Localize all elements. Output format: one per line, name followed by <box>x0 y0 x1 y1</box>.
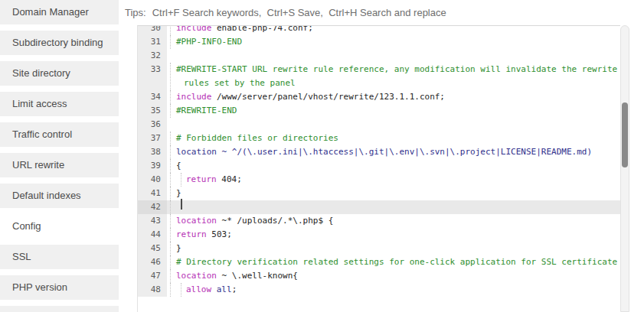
code-line: 34 include /www/server/panel/vhost/rewri… <box>138 90 620 104</box>
code-line: 40 return 404; <box>138 173 620 187</box>
tips-text: Ctrl+F Search keywords, Ctrl+S Save, Ctr… <box>152 7 446 18</box>
code-text <box>170 49 178 63</box>
tab-indent-guide <box>170 283 181 297</box>
code-text: location ~* /uploads/.*\.php$ { <box>176 214 333 228</box>
code-text: # Forbidden files or directories <box>176 132 338 145</box>
sidebar-item-limit-access[interactable]: Limit access <box>0 92 119 116</box>
code-text: #REWRITE-START URL rewrite rule referenc… <box>176 63 620 90</box>
sidebar-item-label: Config <box>12 220 41 232</box>
sidebar-item-site-directory[interactable]: Site directory <box>0 61 119 86</box>
line-number: 35 <box>138 104 167 118</box>
main-panel: Tips:Ctrl+F Search keywords, Ctrl+S Save… <box>119 0 644 312</box>
code-line: 31 #PHP-INFO-END <box>138 35 620 49</box>
sidebar-item-label: Limit access <box>12 98 67 109</box>
code-line: 33 #REWRITE-START URL rewrite rule refer… <box>138 63 620 90</box>
tab-indent-guide <box>170 269 176 283</box>
code-line: 47 location ~ \.well-known{ <box>138 269 620 283</box>
line-number: 47 <box>138 269 167 283</box>
line-number: 36 <box>138 118 167 132</box>
line-number: 30 <box>138 25 167 35</box>
tab-indent-guide <box>170 187 176 200</box>
line-number: 45 <box>138 242 167 255</box>
tab-indent-guide <box>170 25 176 35</box>
code-line: 42 <box>138 200 620 214</box>
line-number: 33 <box>138 63 167 90</box>
tab-indent-guide <box>170 228 176 242</box>
sidebar-item-label: Default indexes <box>12 190 81 201</box>
code-text: include enable-php-74.conf; <box>176 25 313 35</box>
line-number: 46 <box>138 255 167 269</box>
tab-indent-guide <box>170 90 176 104</box>
tab-indent-guide <box>181 283 186 297</box>
code-text: include /www/server/panel/vhost/rewrite/… <box>176 90 445 104</box>
code-line: 36 <box>138 118 620 132</box>
code-line: 30 include enable-php-74.conf; <box>138 25 620 35</box>
code-text: # Directory verification related setting… <box>176 255 617 269</box>
config-code-editor[interactable]: 30 include enable-php-74.conf; 31 #PHP-I… <box>137 25 620 312</box>
code-text: location ~ \.well-known{ <box>176 269 298 283</box>
code-text: #PHP-INFO-END <box>176 35 242 49</box>
editor-scrollbar-thumb[interactable] <box>622 102 628 167</box>
code-text: return 404; <box>186 173 242 187</box>
tab-indent-guide <box>170 35 176 49</box>
line-number: 48 <box>138 283 167 297</box>
sidebar-item-label: Subdirectory binding <box>12 37 103 48</box>
sidebar-item-label: URL rewrite <box>12 159 64 171</box>
line-number: 43 <box>138 214 167 228</box>
line-number: 32 <box>138 49 167 63</box>
line-number: 40 <box>138 173 167 187</box>
editor-row: 30 include enable-php-74.conf; 31 #PHP-I… <box>119 25 644 312</box>
code-text <box>170 118 178 132</box>
sidebar-item-ssl[interactable]: SSL <box>0 245 119 269</box>
code-line: 38 location ~ ^/(\.user.ini|\.htaccess|\… <box>138 145 620 159</box>
code-line: 32 <box>138 49 620 63</box>
tab-indent-guide <box>170 242 176 255</box>
line-number: 41 <box>138 187 167 200</box>
sidebar-item-label: Domain Manager <box>12 6 89 18</box>
code-text: location ~ ^/(\.user.ini|\.htaccess|\.gi… <box>176 145 592 159</box>
code-line: 45 } <box>138 242 620 255</box>
code-line: 37 # Forbidden files or directories <box>138 132 620 145</box>
code-text: } <box>176 242 184 255</box>
sidebar-item-config[interactable]: Config <box>0 214 119 239</box>
sidebar-item-default-indexes[interactable]: Default indexes <box>0 184 119 208</box>
code-text: allow all; <box>186 283 237 297</box>
tab-indent-guide <box>170 145 176 159</box>
line-number: 42 <box>138 200 167 214</box>
sidebar-menu: Domain Manager Subdirectory binding Site… <box>0 0 119 312</box>
code-line: 44 return 503; <box>138 228 620 242</box>
sidebar-item-label: Site directory <box>12 67 70 79</box>
tab-indent-guide <box>181 173 186 187</box>
sidebar-item-partial[interactable] <box>0 306 119 312</box>
code-line: 43 location ~* /uploads/.*\.php$ { <box>138 214 620 228</box>
line-number: 38 <box>138 145 167 159</box>
sidebar-item-url-rewrite[interactable]: URL rewrite <box>0 153 119 177</box>
sidebar-item-traffic-control[interactable]: Traffic control <box>0 122 119 147</box>
tips-label: Tips: <box>125 7 146 18</box>
code-lines: 30 include enable-php-74.conf; 31 #PHP-I… <box>138 25 620 297</box>
code-text <box>182 200 190 214</box>
sidebar-item-subdirectory-binding[interactable]: Subdirectory binding <box>0 31 119 55</box>
sidebar-item-label: SSL <box>12 251 31 262</box>
sidebar-item-domain-manager[interactable]: Domain Manager <box>0 0 119 24</box>
tab-indent-guide <box>170 214 176 228</box>
editor-scrollbar-track[interactable] <box>620 25 629 312</box>
code-line: 41 } <box>138 187 620 200</box>
code-text: return 503; <box>176 228 232 242</box>
code-line: 46 # Directory verification related sett… <box>138 255 620 269</box>
site-config-window: Domain Manager Subdirectory binding Site… <box>0 0 644 312</box>
editor-left-gap <box>119 25 137 312</box>
code-text: { <box>176 159 184 173</box>
tab-indent-guide <box>170 173 181 187</box>
sidebar-item-label: PHP version <box>12 281 67 293</box>
line-number: 37 <box>138 132 167 145</box>
tab-indent-guide <box>170 132 176 145</box>
sidebar-item-php-version[interactable]: PHP version <box>0 275 119 300</box>
tab-indent-guide <box>170 63 176 90</box>
code-line: 35 #REWRITE-END <box>138 104 620 118</box>
tab-indent-guide <box>170 200 181 214</box>
sidebar-item-label: Traffic control <box>12 128 72 140</box>
code-line: 48 allow all; <box>138 283 620 297</box>
line-number: 39 <box>138 159 167 173</box>
tab-indent-guide <box>170 159 176 173</box>
